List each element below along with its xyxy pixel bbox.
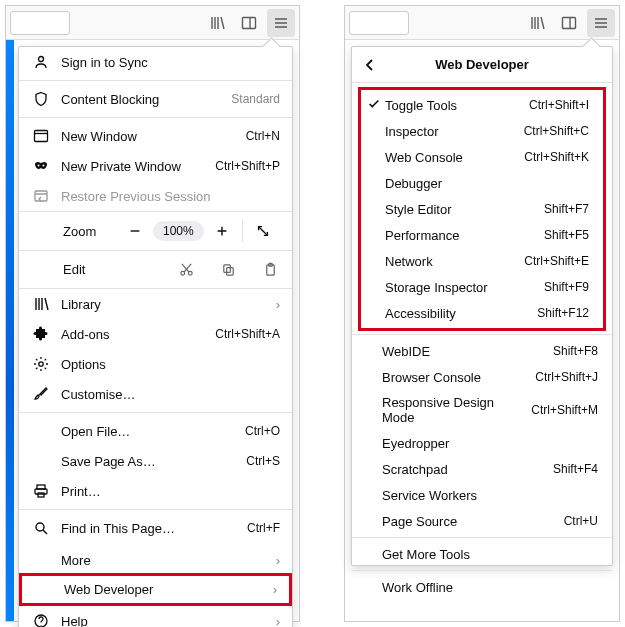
scratchpad-item[interactable]: Scratchpad Shift+F4	[352, 456, 612, 482]
help-icon	[33, 613, 49, 627]
content-blocking-label: Content Blocking	[61, 92, 219, 107]
restore-icon	[33, 188, 49, 204]
item-label: Eyedropper	[382, 436, 598, 451]
copy-button[interactable]	[214, 256, 242, 284]
svg-rect-18	[563, 17, 576, 28]
work-offline-item[interactable]: Work Offline	[352, 574, 612, 600]
library-label: Library	[61, 297, 264, 312]
item-shortcut: Ctrl+Shift+M	[531, 403, 598, 417]
item-label: Storage Inspector	[385, 280, 534, 295]
content-blocking[interactable]: Content Blocking Standard	[19, 84, 292, 114]
puzzle-icon	[33, 326, 49, 342]
customise-item[interactable]: Customise…	[19, 379, 292, 409]
item-label: Toggle Tools	[385, 98, 519, 113]
help-item[interactable]: Help ›	[19, 606, 292, 627]
new-private-label: New Private Window	[61, 159, 203, 174]
print-label: Print…	[61, 484, 280, 499]
window-icon	[33, 128, 49, 144]
responsive-design-item[interactable]: Responsive Design Mode Ctrl+Shift+M	[352, 390, 612, 430]
chevron-right-icon: ›	[273, 582, 277, 597]
item-label: Inspector	[385, 124, 514, 139]
get-more-tools-item[interactable]: Get More Tools	[352, 541, 612, 567]
toggle-tools-item[interactable]: Toggle Tools Ctrl+Shift+I	[361, 92, 603, 118]
restore-label: Restore Previous Session	[61, 189, 280, 204]
hamburger-menu-icon[interactable]	[267, 9, 295, 37]
mask-icon	[33, 158, 49, 174]
new-private-window[interactable]: New Private Window Ctrl+Shift+P	[19, 151, 292, 181]
url-bar[interactable]	[10, 11, 70, 35]
storage-inspector-item[interactable]: Storage Inspector Shift+F9	[361, 274, 603, 300]
network-item[interactable]: Network Ctrl+Shift+E	[361, 248, 603, 274]
shield-icon	[33, 91, 49, 107]
item-label: Work Offline	[382, 580, 598, 595]
addons-shortcut: Ctrl+Shift+A	[215, 327, 280, 341]
url-bar[interactable]	[349, 11, 409, 35]
addons-item[interactable]: Add-ons Ctrl+Shift+A	[19, 319, 292, 349]
zoom-value[interactable]: 100%	[153, 221, 204, 241]
open-file-shortcut: Ctrl+O	[245, 424, 280, 438]
library-item[interactable]: Library ›	[19, 289, 292, 319]
web-console-item[interactable]: Web Console Ctrl+Shift+K	[361, 144, 603, 170]
inspector-item[interactable]: Inspector Ctrl+Shift+C	[361, 118, 603, 144]
zoom-out-button[interactable]	[119, 216, 151, 246]
zoom-in-button[interactable]	[206, 216, 238, 246]
cut-button[interactable]	[172, 256, 200, 284]
toolbar	[6, 6, 299, 40]
browser-console-item[interactable]: Browser Console Ctrl+Shift+J	[352, 364, 612, 390]
eyedropper-item[interactable]: Eyedropper	[352, 430, 612, 456]
sync-user-icon	[33, 54, 49, 70]
save-as-item[interactable]: Save Page As… Ctrl+S	[19, 446, 292, 476]
debugger-item[interactable]: Debugger	[361, 170, 603, 196]
page-source-item[interactable]: Page Source Ctrl+U	[352, 508, 612, 534]
svg-point-4	[43, 165, 45, 167]
open-file-item[interactable]: Open File… Ctrl+O	[19, 416, 292, 446]
submenu-header: Web Developer	[352, 47, 612, 83]
separator	[19, 80, 292, 81]
library-icon[interactable]	[523, 9, 551, 37]
sidebar-icon[interactable]	[555, 9, 583, 37]
new-window[interactable]: New Window Ctrl+N	[19, 121, 292, 151]
find-label: Find in This Page…	[61, 521, 235, 536]
fullscreen-button[interactable]	[247, 216, 279, 246]
item-label: Performance	[385, 228, 534, 243]
separator	[19, 117, 292, 118]
page-background-strip	[6, 40, 14, 621]
save-as-label: Save Page As…	[61, 454, 234, 469]
item-shortcut: Shift+F12	[537, 306, 589, 320]
webide-item[interactable]: WebIDE Shift+F8	[352, 338, 612, 364]
item-shortcut: Shift+F4	[553, 462, 598, 476]
more-item[interactable]: More ›	[19, 543, 292, 573]
hamburger-menu-icon[interactable]	[587, 9, 615, 37]
web-developer-label: Web Developer	[64, 582, 261, 597]
paste-button[interactable]	[256, 256, 284, 284]
paintbrush-icon	[33, 386, 49, 402]
back-button[interactable]	[362, 57, 378, 73]
separator	[352, 537, 612, 538]
item-label: Web Console	[385, 150, 514, 165]
item-shortcut: Ctrl+U	[564, 514, 598, 528]
sign-in-to-sync[interactable]: Sign in to Sync	[19, 47, 292, 77]
accessibility-item[interactable]: Accessibility Shift+F12	[361, 300, 603, 326]
open-file-label: Open File…	[61, 424, 233, 439]
gear-icon	[33, 356, 49, 372]
service-workers-item[interactable]: Service Workers	[352, 482, 612, 508]
addons-label: Add-ons	[61, 327, 203, 342]
svg-rect-15	[38, 493, 44, 497]
item-label: Get More Tools	[382, 547, 598, 562]
sidebar-icon[interactable]	[235, 9, 263, 37]
edit-controls: Edit	[19, 251, 292, 289]
find-item[interactable]: Find in This Page… Ctrl+F	[19, 513, 292, 543]
performance-item[interactable]: Performance Shift+F5	[361, 222, 603, 248]
separator	[352, 334, 612, 335]
item-label: WebIDE	[382, 344, 543, 359]
library-icon[interactable]	[203, 9, 231, 37]
content-blocking-status: Standard	[231, 92, 280, 106]
style-editor-item[interactable]: Style Editor Shift+F7	[361, 196, 603, 222]
options-item[interactable]: Options	[19, 349, 292, 379]
svg-rect-5	[35, 191, 47, 201]
web-developer-item[interactable]: Web Developer ›	[19, 573, 292, 606]
edit-label: Edit	[63, 262, 158, 277]
new-window-shortcut: Ctrl+N	[246, 129, 280, 143]
search-icon	[33, 520, 49, 536]
print-item[interactable]: Print…	[19, 476, 292, 506]
